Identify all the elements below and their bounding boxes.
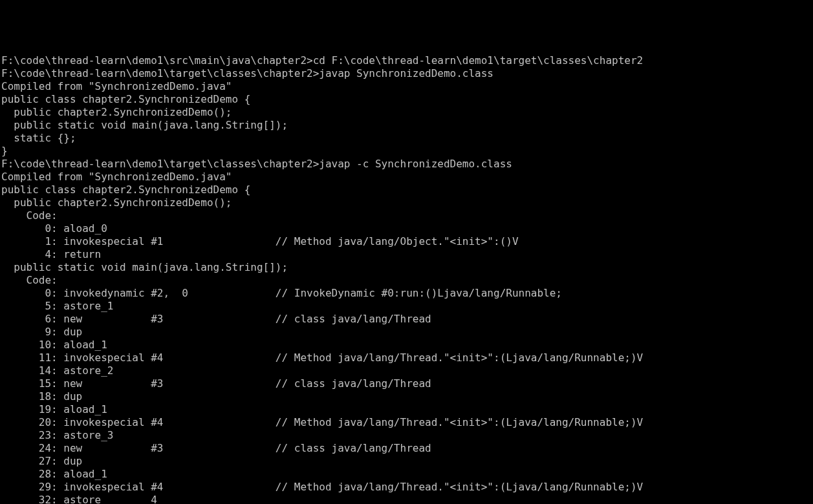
terminal-line: F:\code\thread-learn\demo1\target\classe… xyxy=(1,158,812,171)
terminal-line: static {}; xyxy=(1,132,812,145)
terminal-line: 19: aload_1 xyxy=(1,403,812,416)
terminal-line: 10: aload_1 xyxy=(1,339,812,352)
terminal-line: 20: invokespecial #4 // Method java/lang… xyxy=(1,416,812,429)
terminal-line: public class chapter2.SynchronizedDemo { xyxy=(1,184,812,196)
terminal-line: Compiled from "SynchronizedDemo.java" xyxy=(1,80,812,93)
terminal-line: F:\code\thread-learn\demo1\src\main\java… xyxy=(1,54,812,67)
terminal-line: Compiled from "SynchronizedDemo.java" xyxy=(1,171,812,184)
terminal-line: 14: astore_2 xyxy=(1,364,812,377)
terminal-line: 29: invokespecial #4 // Method java/lang… xyxy=(1,481,812,494)
terminal-line: public chapter2.SynchronizedDemo(); xyxy=(1,196,812,209)
terminal-line: 28: aload_1 xyxy=(1,468,812,481)
terminal-line: 24: new #3 // class java/lang/Thread xyxy=(1,442,812,455)
terminal-line: } xyxy=(1,145,812,158)
terminal-line: 0: invokedynamic #2, 0 // InvokeDynamic … xyxy=(1,287,812,300)
terminal-line: 18: dup xyxy=(1,390,812,403)
terminal-line: 32: astore 4 xyxy=(1,494,812,504)
terminal-line: 0: aload_0 xyxy=(1,222,812,235)
terminal-line: Code: xyxy=(1,274,812,287)
terminal-line: 27: dup xyxy=(1,455,812,468)
terminal-line: 6: new #3 // class java/lang/Thread xyxy=(1,313,812,326)
terminal-line: 15: new #3 // class java/lang/Thread xyxy=(1,377,812,390)
terminal-line: 4: return xyxy=(1,248,812,261)
terminal-line: 5: astore_1 xyxy=(1,300,812,313)
terminal-line: 9: dup xyxy=(1,326,812,339)
terminal-line: public static void main(java.lang.String… xyxy=(1,119,812,132)
terminal-output[interactable]: F:\code\thread-learn\demo1\src\main\java… xyxy=(1,54,812,504)
terminal-line: public class chapter2.SynchronizedDemo { xyxy=(1,93,812,106)
terminal-line: Code: xyxy=(1,209,812,222)
terminal-line: 1: invokespecial #1 // Method java/lang/… xyxy=(1,235,812,248)
terminal-line: 23: astore_3 xyxy=(1,429,812,442)
terminal-line: F:\code\thread-learn\demo1\target\classe… xyxy=(1,67,812,80)
terminal-line: 11: invokespecial #4 // Method java/lang… xyxy=(1,352,812,364)
terminal-line: public static void main(java.lang.String… xyxy=(1,261,812,274)
terminal-line: public chapter2.SynchronizedDemo(); xyxy=(1,106,812,119)
